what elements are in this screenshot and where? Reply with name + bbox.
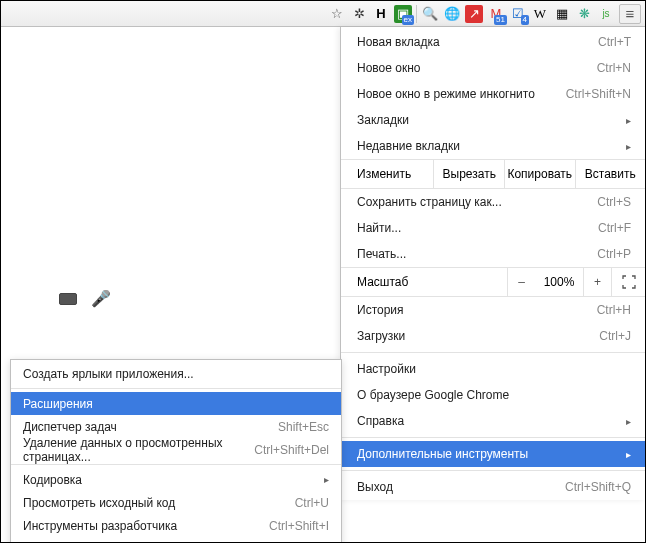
shortcut: Ctrl+Shift+Q <box>565 480 631 494</box>
submenu-create-shortcuts[interactable]: Создать ярлыки приложения... <box>11 362 341 385</box>
label: История <box>357 303 404 317</box>
h-icon[interactable]: H <box>372 5 390 23</box>
bug-icon[interactable]: ✲ <box>350 5 368 23</box>
label: Настройки <box>357 362 416 376</box>
shortcut: Ctrl+H <box>597 303 631 317</box>
toolbar-icons-container: ☆✲H▣ex🔍🌐↗M51☑4W▦❋js <box>328 5 615 23</box>
zoom-value: 100% <box>535 275 583 289</box>
fullscreen-button[interactable] <box>611 267 645 297</box>
menu-recent-tabs[interactable]: Недавние вкладки ▸ <box>341 133 645 159</box>
chevron-right-icon: ▸ <box>626 449 631 460</box>
submenu-extensions[interactable]: Расширения <box>11 392 341 415</box>
menu-downloads[interactable]: Загрузки Ctrl+J <box>341 323 645 349</box>
shortcut: Ctrl+Shift+N <box>566 87 631 101</box>
label: О браузере Google Chrome <box>357 388 509 402</box>
submenu-clear-data[interactable]: Удаление данных о просмотренных страница… <box>11 438 341 461</box>
search-widgets: 🎤 <box>59 289 111 308</box>
label: Загрузки <box>357 329 405 343</box>
menu-help[interactable]: Справка ▸ <box>341 408 645 434</box>
label: Печать... <box>357 247 406 261</box>
label: Недавние вкладки <box>357 139 460 153</box>
menu-save-page[interactable]: Сохранить страницу как... Ctrl+S <box>341 189 645 215</box>
cut-button[interactable]: Вырезать <box>434 160 505 188</box>
zoom-label: Масштаб <box>357 275 507 289</box>
menu-about[interactable]: О браузере Google Chrome <box>341 382 645 408</box>
label: Сохранить страницу как... <box>357 195 502 209</box>
search-icon[interactable]: 🔍 <box>421 5 439 23</box>
label: Дополнительные инструменты <box>357 447 528 461</box>
js-icon[interactable]: js <box>597 5 615 23</box>
chevron-right-icon: ▸ <box>626 416 631 427</box>
more-tools-submenu: Создать ярлыки приложения... Расширения … <box>10 359 342 543</box>
shortcut: Ctrl+J <box>599 329 631 343</box>
edit-row: Изменить Вырезать Копировать Вставить <box>341 159 645 189</box>
main-menu: Новая вкладка Ctrl+T Новое окно Ctrl+N Н… <box>340 27 645 500</box>
menu-exit[interactable]: Выход Ctrl+Shift+Q <box>341 474 645 500</box>
qr-icon[interactable]: ▦ <box>553 5 571 23</box>
menu-new-window[interactable]: Новое окно Ctrl+N <box>341 55 645 81</box>
copy-button[interactable]: Копировать <box>505 160 576 188</box>
badge: ex <box>402 15 414 25</box>
label: Диспетчер задач <box>23 420 117 434</box>
shortcut: Ctrl+P <box>597 247 631 261</box>
shortcut: Ctrl+N <box>597 61 631 75</box>
menu-print[interactable]: Печать... Ctrl+P <box>341 241 645 267</box>
shortcut: Ctrl+T <box>598 35 631 49</box>
submenu-view-source[interactable]: Просмотреть исходный код Ctrl+U <box>11 491 341 514</box>
separator <box>341 470 645 471</box>
label: Удаление данных о просмотренных страница… <box>23 436 254 464</box>
chevron-right-icon: ▸ <box>626 141 631 152</box>
menu-button[interactable] <box>619 4 641 24</box>
globe-icon[interactable]: 🌐 <box>443 5 461 23</box>
submenu-js-console[interactable]: Консоль JavaScript Ctrl+Shift+J <box>11 537 341 543</box>
separator <box>11 464 341 465</box>
submenu-dev-tools[interactable]: Инструменты разработчика Ctrl+Shift+I <box>11 514 341 537</box>
menu-new-tab[interactable]: Новая вкладка Ctrl+T <box>341 29 645 55</box>
menu-find[interactable]: Найти... Ctrl+F <box>341 215 645 241</box>
outlook-icon[interactable]: ☑4 <box>509 5 527 23</box>
label: Инструменты разработчика <box>23 519 177 533</box>
arrow-icon[interactable]: ↗ <box>465 5 483 23</box>
menu-more-tools[interactable]: Дополнительные инструменты ▸ <box>341 441 645 467</box>
separator <box>11 388 341 389</box>
bookmark-icon[interactable]: ☆ <box>328 5 346 23</box>
toolbar-divider <box>416 5 417 23</box>
submenu-encoding[interactable]: Кодировка ▸ <box>11 468 341 491</box>
zoom-in-button[interactable]: + <box>583 267 611 297</box>
label: Новое окно в режиме инкогнито <box>357 87 535 101</box>
label: Справка <box>357 414 404 428</box>
shortcut: Ctrl+U <box>295 496 329 510</box>
separator <box>341 437 645 438</box>
flag-icon[interactable]: ▣ex <box>394 5 412 23</box>
badge: 4 <box>521 15 529 25</box>
chevron-right-icon: ▸ <box>626 115 631 126</box>
evernote-icon[interactable]: ❋ <box>575 5 593 23</box>
menu-incognito[interactable]: Новое окно в режиме инкогнито Ctrl+Shift… <box>341 81 645 107</box>
badge: 51 <box>494 15 507 25</box>
shortcut: Ctrl+S <box>597 195 631 209</box>
label: Закладки <box>357 113 409 127</box>
shortcut: Shift+Esc <box>278 420 329 434</box>
zoom-out-button[interactable]: – <box>507 267 535 297</box>
label: Найти... <box>357 221 401 235</box>
wikipedia-icon[interactable]: W <box>531 5 549 23</box>
chevron-right-icon: ▸ <box>324 474 329 485</box>
edit-label: Изменить <box>341 160 434 188</box>
shortcut: Ctrl+Shift+Del <box>254 443 329 457</box>
label: Расширения <box>23 397 93 411</box>
label: Выход <box>357 480 393 494</box>
label: Новая вкладка <box>357 35 440 49</box>
paste-button[interactable]: Вставить <box>576 160 646 188</box>
microphone-icon[interactable]: 🎤 <box>91 289 111 308</box>
zoom-row: Масштаб – 100% + <box>341 267 645 297</box>
menu-settings[interactable]: Настройки <box>341 356 645 382</box>
menu-bookmarks[interactable]: Закладки ▸ <box>341 107 645 133</box>
keyboard-icon[interactable] <box>59 293 77 305</box>
label: Создать ярлыки приложения... <box>23 367 194 381</box>
menu-history[interactable]: История Ctrl+H <box>341 297 645 323</box>
shortcut: Ctrl+F <box>598 221 631 235</box>
label: Просмотреть исходный код <box>23 496 175 510</box>
fullscreen-icon <box>622 275 636 289</box>
label: Новое окно <box>357 61 421 75</box>
gmail-icon[interactable]: M51 <box>487 5 505 23</box>
